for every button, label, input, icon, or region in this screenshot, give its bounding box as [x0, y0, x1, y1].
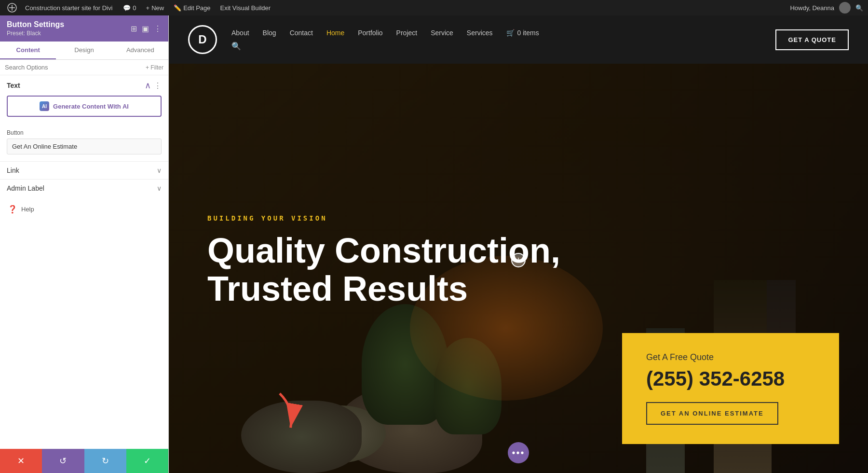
- get-quote-header-button[interactable]: GET A QUOTE: [775, 29, 849, 50]
- nav-service[interactable]: Service: [431, 29, 453, 37]
- quote-card: Get A Free Quote (255) 352-6258 GET AN O…: [622, 333, 839, 444]
- exit-builder-link[interactable]: Exit Visual Builder: [216, 4, 276, 12]
- sidebar-header-icons: ⊞ ▣ ⋮: [131, 24, 162, 33]
- ai-icon: AI: [40, 101, 49, 111]
- admin-bar: Construction starter site for Divi 💬 0 +…: [0, 0, 868, 15]
- more-options-button[interactable]: •••: [508, 442, 529, 463]
- user-avatar[interactable]: [839, 2, 851, 14]
- pencil-icon: ✏️: [174, 4, 181, 12]
- nav-contact[interactable]: Contact: [290, 29, 313, 37]
- nav-services[interactable]: Services: [467, 29, 493, 37]
- panel-title: Button Settings: [7, 20, 64, 29]
- help-section: ❓ Help: [0, 197, 168, 222]
- text-section: Text ∧ ⋮ AI Generate Content With AI: [0, 75, 168, 129]
- link-label: Link: [7, 167, 19, 174]
- add-module-button[interactable]: +: [511, 253, 526, 267]
- layout-icon[interactable]: ▣: [142, 24, 149, 33]
- tab-design[interactable]: Design: [56, 42, 112, 59]
- sidebar-header: Button Settings Preset: Black ⊞ ▣ ⋮: [0, 15, 168, 42]
- ai-button-label: Generate Content With AI: [53, 103, 129, 110]
- sidebar-header-info: Button Settings Preset: Black: [7, 20, 64, 37]
- panel-preset[interactable]: Preset: Black: [7, 30, 64, 37]
- site-logo: D: [188, 25, 217, 54]
- text-section-title: Text: [7, 82, 20, 89]
- tab-advanced[interactable]: Advanced: [112, 42, 168, 59]
- text-section-header: Text ∧ ⋮: [7, 80, 162, 91]
- text-section-menu[interactable]: ⋮: [154, 81, 162, 90]
- tab-content[interactable]: Content: [0, 42, 56, 59]
- hero-title: Quality Construction, Trusted Results: [207, 232, 560, 308]
- responsive-icon[interactable]: ⊞: [131, 24, 137, 33]
- site-nav: About Blog Contact Home Portfolio Projec…: [231, 29, 539, 37]
- nav-home[interactable]: Home: [326, 29, 344, 37]
- search-options-row: + Filter: [0, 60, 168, 75]
- link-row[interactable]: Link ∨: [0, 161, 168, 179]
- more-options-icon[interactable]: ⋮: [154, 24, 162, 33]
- bottom-toolbar: ✕ ↺ ↻ ✓: [0, 449, 168, 473]
- wp-logo[interactable]: [5, 0, 19, 15]
- admin-label-chevron-icon: ∨: [157, 184, 162, 192]
- sidebar-tabs: Content Design Advanced: [0, 42, 168, 60]
- sidebar-panel: Button Settings Preset: Black ⊞ ▣ ⋮ Cont…: [0, 15, 169, 473]
- admin-search-icon[interactable]: 🔍: [855, 4, 863, 12]
- nav-portfolio[interactable]: Portfolio: [358, 29, 382, 37]
- text-section-collapse[interactable]: ∧: [145, 80, 151, 91]
- nav-cart[interactable]: 🛒 0 items: [506, 29, 539, 37]
- hero-content: BUILDING YOUR VISION Quality Constructio…: [169, 214, 599, 322]
- site-header: D About Blog Contact Home Portfolio Proj…: [169, 15, 868, 64]
- nav-search-icon[interactable]: 🔍: [231, 42, 241, 50]
- nav-project[interactable]: Project: [396, 29, 418, 37]
- cancel-button[interactable]: ✕: [0, 449, 42, 473]
- redo-button[interactable]: ↻: [84, 449, 126, 473]
- generate-ai-button[interactable]: AI Generate Content With AI: [7, 96, 162, 117]
- help-icon[interactable]: ❓: [8, 205, 17, 214]
- hero-section: BUILDING YOUR VISION Quality Constructio…: [169, 64, 868, 473]
- nav-about[interactable]: About: [231, 29, 249, 37]
- undo-button[interactable]: ↺: [42, 449, 84, 473]
- button-text-input[interactable]: [7, 139, 162, 154]
- site-name-link[interactable]: Construction starter site for Divi: [19, 4, 118, 12]
- save-button[interactable]: ✓: [126, 449, 168, 473]
- site-preview: D About Blog Contact Home Portfolio Proj…: [169, 15, 868, 473]
- comments-link[interactable]: 💬 0: [118, 4, 141, 12]
- nav-blog[interactable]: Blog: [263, 29, 276, 37]
- admin-label-row[interactable]: Admin Label ∨: [0, 179, 168, 197]
- new-link[interactable]: + New: [141, 4, 169, 12]
- link-chevron-icon: ∨: [157, 167, 162, 174]
- help-label[interactable]: Help: [21, 206, 34, 213]
- quote-phone: (255) 352-6258: [646, 367, 815, 390]
- comment-icon: 💬: [123, 4, 131, 12]
- cart-count: 0 items: [517, 29, 539, 37]
- filter-button[interactable]: + Filter: [146, 64, 163, 71]
- hero-tagline: BUILDING YOUR VISION: [207, 214, 560, 222]
- search-options-input[interactable]: [5, 64, 143, 71]
- admin-label-label: Admin Label: [7, 184, 44, 192]
- site-header-right: GET A QUOTE: [775, 29, 849, 50]
- user-greeting: Howdy, Deanna: [790, 4, 834, 12]
- main-area: Button Settings Preset: Black ⊞ ▣ ⋮ Cont…: [0, 15, 868, 473]
- quote-estimate-button[interactable]: GET AN ONLINE ESTIMATE: [646, 402, 778, 425]
- button-field-group: Button: [0, 129, 168, 161]
- text-section-controls: ∧ ⋮: [145, 80, 162, 91]
- edit-page-link[interactable]: ✏️ Edit Page: [169, 4, 215, 12]
- quote-label: Get A Free Quote: [646, 352, 815, 362]
- admin-bar-right: Howdy, Deanna 🔍: [790, 2, 863, 14]
- button-field-label: Button: [7, 129, 162, 136]
- cart-icon: 🛒: [506, 29, 515, 37]
- plus-icon: +: [146, 4, 150, 12]
